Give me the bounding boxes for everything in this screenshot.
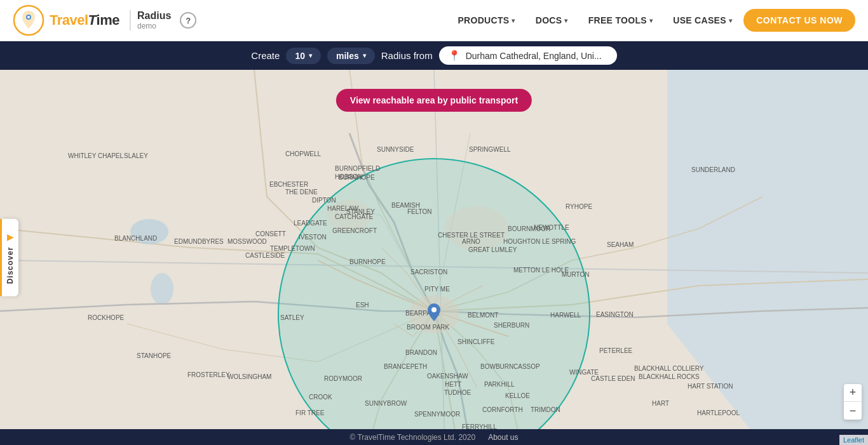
toolbar: Create 10 ▾ miles ▾ Radius from 📍 Durham… bbox=[0, 41, 868, 70]
chevron-down-icon: ▾ bbox=[309, 52, 312, 59]
nav-item-products[interactable]: PRODUCTS ▾ bbox=[449, 10, 524, 30]
chevron-down-icon: ▾ bbox=[649, 17, 653, 24]
radius-value-select[interactable]: 10 ▾ bbox=[286, 48, 321, 64]
chevron-down-icon: ▾ bbox=[564, 17, 567, 24]
arrow-icon: ▶ bbox=[7, 231, 14, 241]
discover-label: Discover bbox=[6, 246, 15, 284]
unit-select[interactable]: miles ▾ bbox=[327, 48, 375, 64]
create-label: Create bbox=[251, 50, 280, 61]
map-container[interactable]: WHITLEY CHAPELSLALEYCHOPWELLBURNOPFIELDH… bbox=[0, 70, 868, 445]
radius-title: Radius bbox=[137, 10, 171, 22]
footer: © TravelTime Technologies Ltd. 2020 Abou… bbox=[0, 429, 868, 445]
nav: PRODUCTS ▾ DOCS ▾ FREE TOOLS ▾ USE CASES… bbox=[449, 9, 855, 32]
help-button[interactable]: ? bbox=[180, 12, 196, 29]
discover-panel[interactable]: ▶ Discover bbox=[0, 218, 18, 296]
nav-item-free-tools[interactable]: FREE TOOLS ▾ bbox=[580, 10, 662, 30]
nav-item-docs[interactable]: DOCS ▾ bbox=[527, 10, 577, 30]
contact-button[interactable]: CONTACT US NOW bbox=[743, 9, 855, 32]
radius-badge: Radius demo bbox=[130, 10, 171, 30]
logo-icon bbox=[13, 4, 44, 36]
zoom-in-button[interactable]: + bbox=[844, 384, 862, 402]
svg-point-10 bbox=[445, 206, 508, 251]
chevron-down-icon: ▾ bbox=[729, 17, 732, 24]
leaflet-attribution: Leaflet bbox=[839, 435, 868, 445]
copyright-text: © TravelTime Technologies Ltd. 2020 bbox=[350, 433, 476, 442]
radius-from-label: Radius from bbox=[381, 50, 433, 61]
logo-wordmark: TravelTime bbox=[50, 12, 119, 29]
leaflet-link[interactable]: Leaflet bbox=[843, 436, 864, 444]
zoom-out-button[interactable]: − bbox=[844, 402, 862, 420]
svg-point-11 bbox=[327, 200, 372, 232]
svg-point-2 bbox=[27, 16, 30, 18]
about-link[interactable]: About us bbox=[488, 433, 518, 442]
location-icon: 📍 bbox=[448, 50, 461, 62]
logo-text: TravelTime bbox=[50, 12, 119, 28]
radius-demo: demo bbox=[137, 22, 156, 30]
svg-point-6 bbox=[130, 219, 168, 244]
chevron-down-icon: ▾ bbox=[363, 52, 366, 59]
map-background bbox=[0, 70, 868, 445]
zoom-controls: + − bbox=[844, 384, 862, 420]
location-input[interactable]: 📍 Durham Cathedral, England, Uni... bbox=[439, 46, 617, 65]
nav-item-use-cases[interactable]: USE CASES ▾ bbox=[664, 10, 741, 30]
svg-point-7 bbox=[151, 273, 173, 305]
transport-button[interactable]: View reachable area by public transport bbox=[336, 89, 532, 112]
discover-tab[interactable]: ▶ Discover bbox=[0, 218, 18, 296]
header: TravelTime Radius demo ? PRODUCTS ▾ DOCS… bbox=[0, 0, 868, 41]
chevron-down-icon: ▾ bbox=[512, 17, 515, 24]
map-pin bbox=[428, 303, 440, 325]
svg-point-12 bbox=[431, 307, 437, 312]
header-left: TravelTime Radius demo ? bbox=[13, 4, 196, 36]
